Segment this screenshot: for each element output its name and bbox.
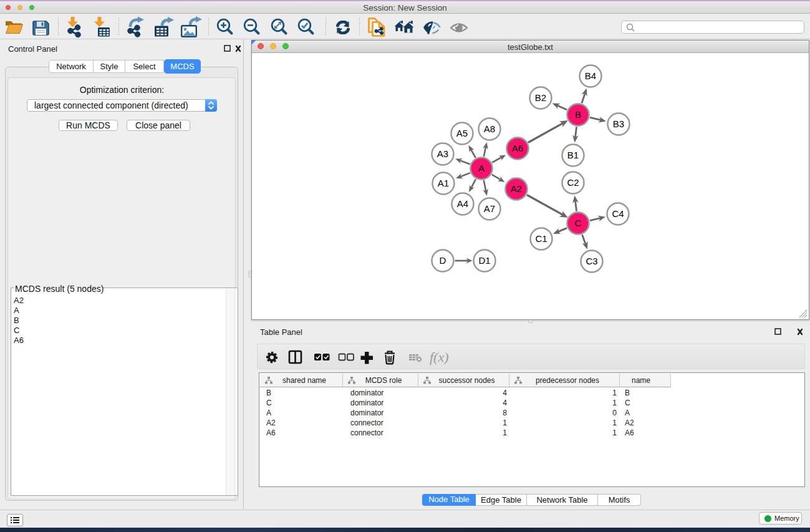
svg-text:B: B [575, 109, 581, 120]
svg-text:B3: B3 [613, 118, 624, 129]
svg-text:A5: A5 [456, 128, 468, 138]
svg-text:A3: A3 [437, 148, 448, 159]
svg-text:D1: D1 [478, 255, 490, 266]
svg-text:A1: A1 [438, 178, 449, 188]
svg-text:C2: C2 [567, 177, 579, 188]
svg-text:A2: A2 [511, 183, 522, 194]
svg-text:C1: C1 [535, 233, 547, 244]
svg-text:f(x): f(x) [430, 349, 449, 365]
svg-text:A8: A8 [484, 123, 495, 134]
svg-text:B1: B1 [567, 150, 579, 160]
svg-text:C3: C3 [586, 256, 597, 266]
svg-text:A7: A7 [484, 203, 495, 214]
svg-text:B4: B4 [585, 70, 596, 81]
svg-text:A4: A4 [457, 198, 468, 209]
svg-text:C: C [575, 218, 582, 228]
svg-text:A: A [478, 163, 485, 173]
svg-text:D: D [440, 255, 446, 266]
svg-text:C4: C4 [612, 208, 624, 219]
svg-text:B2: B2 [535, 92, 546, 103]
svg-text:A6: A6 [512, 143, 523, 153]
